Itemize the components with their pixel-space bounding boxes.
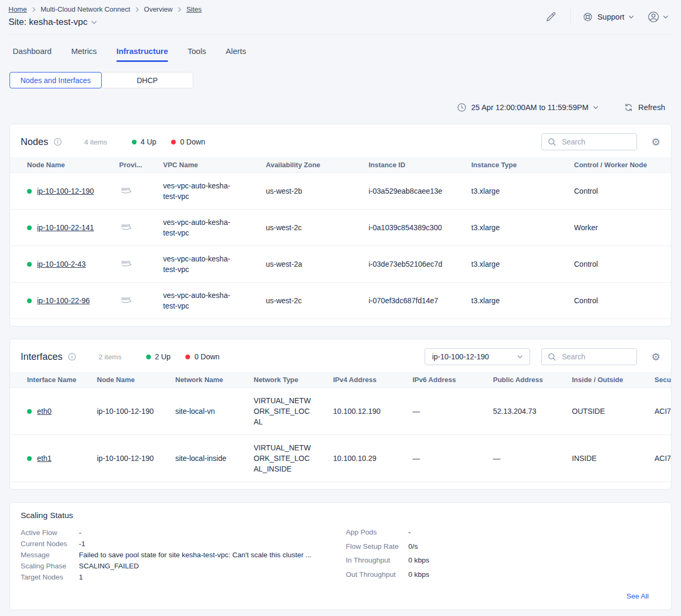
chevron-right-icon [177, 7, 182, 12]
col-node-name[interactable]: Node Name [80, 372, 158, 388]
network-type-cell: VIRTUAL_NETWORK_SITE_LOCAL_INSIDE [237, 435, 316, 482]
network-name-cell: site-local-inside [158, 435, 237, 482]
col-control-worker[interactable]: Control / Worker Node [557, 157, 671, 173]
gear-icon[interactable]: ⚙ [651, 352, 660, 362]
col-provider[interactable]: Provi... [102, 157, 146, 173]
vpc-name-cell: ves-vpc-auto-kesha-test-vpc [146, 283, 249, 319]
col-public-address[interactable]: Public Address [476, 372, 555, 388]
col-security[interactable]: Security [638, 372, 671, 388]
chevron-down-icon[interactable] [91, 21, 97, 24]
node-link[interactable]: ip-10-100-2-43 [37, 260, 86, 268]
subtab-bar: Nodes and Interfaces DHCP [0, 62, 681, 88]
col-availability-zone[interactable]: Availability Zone [249, 157, 352, 173]
info-icon[interactable] [68, 352, 76, 361]
col-instance-type[interactable]: Instance Type [454, 157, 557, 173]
interface-link[interactable]: eth0 [37, 407, 51, 415]
table-row: eth1 ip-10-100-12-190 site-local-inside … [10, 435, 671, 482]
up-status-dot [27, 456, 32, 461]
az-cell: us-west-2c [249, 283, 352, 319]
kv-in-throughput: In Throughput0 kbps [346, 555, 660, 566]
col-vpc-name[interactable]: VPC Name [146, 157, 249, 173]
see-all-link[interactable]: See All [626, 592, 649, 600]
table-row: ip-10-100-12-190 aws ves-vpc-auto-kesha-… [10, 173, 671, 210]
scaling-status-panel: Scaling Status Active Flow- Current Node… [10, 502, 671, 610]
col-network-name[interactable]: Network Name [158, 372, 237, 388]
time-toolbar: 25 Apr 12:00:00AM to 11:59:59PM Refresh [0, 88, 681, 112]
pen-icon[interactable] [545, 11, 557, 23]
tab-tools[interactable]: Tools [187, 47, 206, 62]
account-menu[interactable] [647, 10, 668, 24]
chevron-down-icon [663, 15, 668, 19]
info-icon[interactable] [53, 138, 62, 146]
col-network-type[interactable]: Network Type [237, 372, 316, 388]
up-status-dot [132, 140, 137, 144]
public-address-cell: — [476, 435, 555, 482]
table-row: ip-10-100-2-43 aws ves-vpc-auto-kesha-te… [10, 246, 671, 283]
vpc-name-cell: ves-vpc-auto-kesha-test-vpc [146, 210, 249, 246]
kv-flow-setup-rate: Flow Setup Rate0/s [346, 541, 660, 552]
breadcrumb-sites[interactable]: Sites [186, 5, 202, 13]
tab-infrastructure[interactable]: Infrastructure [117, 47, 168, 62]
node-filter-select[interactable]: ip-10-100-12-190 [425, 348, 530, 365]
instance-id-cell: i-070ef3dc687fd14e7 [352, 283, 454, 319]
up-status-dot [27, 262, 32, 267]
interfaces-search [541, 348, 637, 365]
tab-alerts[interactable]: Alerts [226, 47, 246, 62]
node-name-cell: ip-10-100-12-190 [80, 388, 158, 435]
interfaces-search-input[interactable] [561, 352, 631, 361]
col-instance-id[interactable]: Instance ID [352, 157, 454, 173]
scaling-status-title: Scaling Status [21, 511, 660, 520]
header-divider [570, 8, 571, 25]
subtab-dhcp[interactable]: DHCP [101, 72, 193, 88]
col-node-name[interactable]: Node Name [10, 157, 102, 173]
svg-text:aws: aws [121, 222, 130, 228]
search-icon [548, 352, 557, 361]
breadcrumb-mcn[interactable]: Multi-Cloud Network Connect [41, 5, 130, 13]
up-status-dot [146, 355, 151, 359]
instance-id-cell: i-0a1039c854389c300 [352, 210, 454, 246]
svg-text:aws: aws [121, 186, 130, 192]
instance-id-cell: i-03a529eab8caee13e [352, 173, 454, 210]
support-menu[interactable]: Support [583, 12, 634, 22]
subtab-nodes-and-interfaces[interactable]: Nodes and Interfaces [10, 72, 102, 88]
col-inside-outside[interactable]: Inside / Outside [555, 372, 638, 388]
kv-active-flow: Active Flow- [21, 527, 346, 538]
page-title: Site: kesha-test-vpc [8, 17, 87, 28]
tab-metrics[interactable]: Metrics [71, 47, 96, 62]
svg-text:aws: aws [121, 295, 130, 301]
nodes-title: Nodes [21, 137, 48, 148]
aws-provider-icon: aws [119, 185, 135, 195]
az-cell: us-west-2c [249, 210, 352, 246]
nodes-table-header-row: Node Name Provi... VPC Name Availability… [10, 157, 671, 173]
chevron-right-icon [135, 7, 139, 12]
down-status-dot [185, 355, 190, 359]
role-cell: Control [557, 246, 671, 283]
col-ipv6[interactable]: IPv6 Address [396, 372, 476, 388]
breadcrumb-overview[interactable]: Overview [144, 5, 173, 13]
inside-outside-cell: INSIDE [555, 435, 638, 482]
time-range-picker[interactable]: 25 Apr 12:00:00AM to 11:59:59PM [457, 103, 598, 112]
tab-dashboard[interactable]: Dashboard [13, 47, 51, 62]
refresh-button[interactable]: Refresh [624, 103, 665, 112]
aws-provider-icon: aws [119, 222, 135, 232]
node-link[interactable]: ip-10-100-22-96 [37, 296, 90, 305]
kv-current-nodes: Current Nodes-1 [21, 538, 346, 549]
interfaces-down-count: 0 Down [185, 352, 219, 361]
instance-type-cell: t3.xlarge [454, 246, 557, 283]
interface-link[interactable]: eth1 [37, 454, 51, 463]
aws-provider-icon: aws [119, 258, 135, 268]
node-link[interactable]: ip-10-100-12-190 [37, 187, 94, 195]
col-ipv4[interactable]: IPv4 Address [316, 372, 396, 388]
gear-icon[interactable]: ⚙ [651, 137, 660, 147]
aws-provider-icon: aws [119, 295, 135, 305]
nodes-search-input[interactable] [561, 137, 631, 147]
chevron-down-icon [517, 355, 523, 358]
nodes-panel: Nodes 4 items 4 Up 0 Down ⚙ Node Name [10, 124, 671, 327]
instance-id-cell: i-03de73eb52106ec7d [352, 246, 454, 283]
svg-text:aws: aws [121, 259, 130, 265]
node-link[interactable]: ip-10-100-22-141 [37, 223, 94, 232]
col-interface-name[interactable]: Interface Name [10, 372, 80, 388]
ipv6-cell: — [396, 388, 476, 435]
breadcrumb-home[interactable]: Home [8, 5, 27, 13]
interfaces-panel: Interfaces 2 items 2 Up 0 Down ip-10-100… [10, 339, 671, 490]
